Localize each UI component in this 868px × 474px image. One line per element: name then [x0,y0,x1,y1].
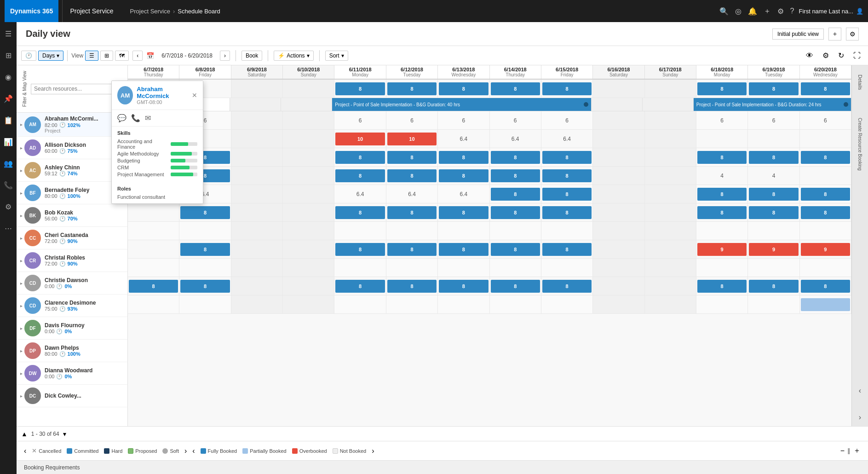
booking-block[interactable]: 8 [697,82,747,95]
booking-block[interactable]: 8 [749,280,798,293]
popup-name[interactable]: Abraham McCormick [137,86,188,99]
resource-item[interactable]: ▸ BF Bernadette Foley 80:00 🕐 100% [17,182,127,204]
booking-block[interactable]: 8 [749,206,798,219]
breadcrumb-schedule-board[interactable]: Schedule Board [178,8,220,15]
expand-icon[interactable]: ▸ [20,236,23,241]
booking-block[interactable]: 8 [387,82,437,95]
expand-icon[interactable]: ▸ [20,213,23,218]
expand-icon[interactable]: ▸ [20,191,23,196]
booking-block[interactable]: 8 [335,169,385,182]
notification-icon[interactable]: 🔔 [748,7,757,16]
next-legend-button[interactable]: › [184,447,187,455]
sidebar-people-icon[interactable]: 👥 [1,156,16,171]
user-info[interactable]: First name Last na... 👤 [799,8,864,15]
resource-item[interactable]: ▸ CR Christal Robles 72:00 🕐 90% [17,249,127,272]
project-bar-pos2[interactable]: Project - Point of Sale Implementation -… [694,98,851,111]
booking-block[interactable]: 8 [542,169,592,182]
next-date-button[interactable]: › [220,51,230,61]
booking-block[interactable]: 8 [542,243,592,256]
booking-block[interactable]: 8 [335,243,385,256]
refresh-icon[interactable]: ↻ [835,50,847,61]
collapse-right-icon[interactable]: ‹ [859,387,861,395]
sidebar-settings-icon[interactable]: ⚙ [2,200,14,214]
help-icon[interactable]: ? [790,7,794,15]
resource-item[interactable]: ▸ DF Davis Flournoy 0:00 🕐 0% [17,317,127,340]
booking-block[interactable]: 8 [491,188,540,201]
booking-block[interactable]: 8 [439,206,488,219]
resource-item[interactable]: ▸ AD Allison Dickson 60:00 🕐 75% [17,137,127,159]
booking-block[interactable]: 8 [491,280,540,293]
expand-icon[interactable]: ▸ [20,393,23,399]
sidebar-phone-icon[interactable]: 📞 [1,178,16,192]
booking-block-overbooked[interactable]: 9 [749,243,798,256]
booking-block[interactable]: 8 [697,151,747,164]
booking-block[interactable]: 8 [491,206,540,219]
booking-block[interactable]: 8 [491,243,540,256]
search-icon[interactable]: 🔍 [719,7,729,16]
booking-block[interactable]: 8 [335,82,385,95]
booking-block[interactable]: 8 [749,188,798,201]
booking-block[interactable]: 8 [542,188,592,201]
booking-block[interactable]: 8 [491,151,540,164]
resource-item[interactable]: ▸ CC Cheri Castaneda 72:00 🕐 90% [17,227,127,249]
initial-public-view-button[interactable]: Initial public view [772,29,824,40]
grid-view-button[interactable]: ⊞ [100,51,113,61]
booking-block[interactable]: 8 [749,151,798,164]
add-view-button[interactable]: ＋ [828,28,841,40]
pagination-chevron-icon[interactable]: ▾ [63,430,66,438]
sidebar-recent-icon[interactable]: ◉ [2,70,14,84]
list-view-button[interactable]: ☰ [85,51,98,61]
booking-block[interactable]: 8 [335,206,385,219]
expand-icon[interactable]: ▸ [20,371,23,376]
sidebar-activities-icon[interactable]: 📊 [1,135,16,149]
booking-block-overbooked[interactable]: 9 [697,243,747,256]
bookmark-icon[interactable]: ◎ [735,7,742,16]
booking-block[interactable]: 8 [387,206,437,219]
expand-icon[interactable]: ▸ [20,326,23,331]
actions-button[interactable]: ⚡ Actions ▾ [274,51,313,61]
sidebar-pinned-icon[interactable]: 📌 [1,92,16,106]
zoom-out-button[interactable]: − [840,447,845,455]
sidebar-more-icon[interactable]: ⋯ [2,221,15,236]
sort-button[interactable]: Sort ▾ [325,51,348,61]
expand-icon[interactable]: ⛶ [851,51,863,61]
prev-booking-button[interactable]: ‹ [192,447,195,455]
booking-block[interactable]: 8 [439,82,488,95]
booking-block[interactable]: 8 [542,206,592,219]
resource-item[interactable]: ▸ CD Clarence Desimone 75:00 🕐 93% [17,295,127,317]
popup-close-button[interactable]: ✕ [192,92,197,99]
resource-item[interactable]: ▸ BK Bob Kozak 56:00 🕐 70% [17,204,127,227]
map-view-button[interactable]: 🗺 [115,51,129,61]
booking-block[interactable]: 8 [387,243,437,256]
booking-block-overbooked[interactable]: 9 [801,243,850,256]
resource-item[interactable]: ▸ AC Ashley Chinn 59:12 🕐 74% [17,159,127,182]
booking-block[interactable]: 8 [542,280,592,293]
booking-block[interactable]: 8 [749,82,798,95]
booking-block[interactable]: 8 [439,243,488,256]
phone-icon[interactable]: 📞 [131,114,140,122]
booking-block[interactable]: 8 [542,82,592,95]
booking-block-overbooked[interactable]: 10 [387,133,437,145]
booking-block[interactable]: 8 [801,206,850,219]
clock-icon[interactable]: 🕐 [21,51,36,61]
booking-block[interactable]: 8 [491,82,540,95]
booking-block[interactable]: 8 [697,280,747,293]
booking-block[interactable]: 8 [180,206,230,219]
resource-item[interactable]: ▸ DC Dick Cowley... [17,385,127,407]
expand-icon[interactable]: ▸ [20,145,23,150]
expand-icon[interactable]: ▸ [20,348,23,353]
expand-collapse-button[interactable]: ▲ [21,430,28,438]
plus-icon[interactable]: ＋ [764,6,771,16]
zoom-in-button[interactable]: ＋ [853,446,861,456]
schedule-scroll[interactable]: 6/7/2018 Thursday 6/8/2018 Friday 6/9/20… [128,65,851,426]
prev-legend-button[interactable]: ‹ [24,447,26,455]
filter-map-view-label[interactable]: Filter & Map View [20,69,29,109]
booking-block-overbooked[interactable]: 10 [335,133,385,145]
booking-block[interactable]: 8 [387,280,437,293]
sidebar-contacts-icon[interactable]: 📋 [1,113,16,127]
booking-block[interactable]: 8 [387,151,437,164]
settings-grid-icon[interactable]: ⚙ [820,50,832,61]
booking-block[interactable]: 8 [335,280,385,293]
booking-block[interactable]: 8 [439,151,488,164]
resource-item[interactable]: ▸ CD Christie Dawson 0:00 🕐 0% [17,272,127,295]
